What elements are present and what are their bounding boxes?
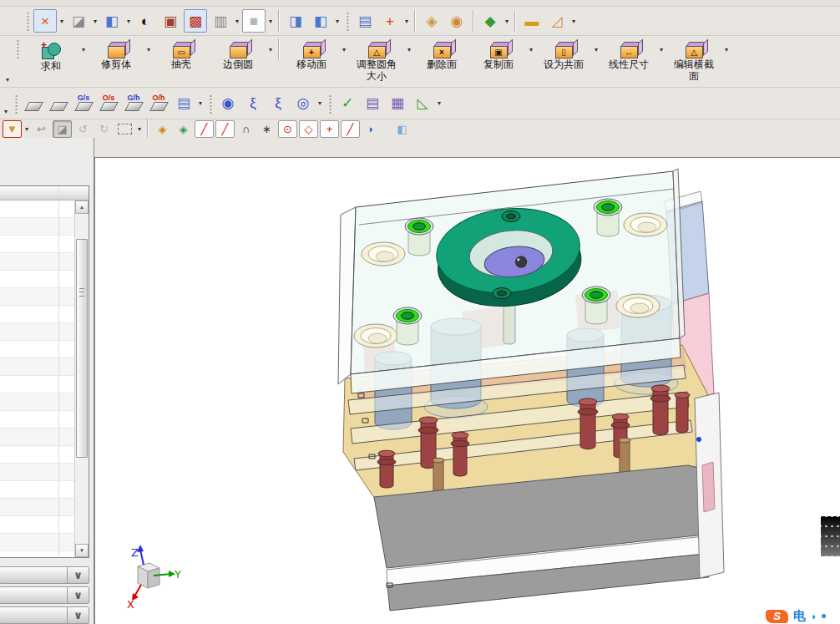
electrode-oh-button[interactable]: O/h — [147, 92, 170, 115]
list-row[interactable] — [0, 376, 74, 393]
standard-part-library-button[interactable]: ▤ — [172, 92, 195, 115]
translucent-cube-button[interactable]: ▥ — [209, 9, 232, 33]
csys-orient-dropdown[interactable]: ▾ — [435, 93, 443, 114]
edge-blend-dropdown[interactable]: ▾ — [266, 38, 275, 60]
selection-filter-button[interactable]: ▼ — [3, 120, 22, 138]
navigator-list-header[interactable] — [0, 186, 89, 200]
clip-dropdown[interactable]: ▾ — [333, 10, 342, 32]
resize-blend-button[interactable]: △调整圆角大小 — [349, 38, 404, 89]
rotate-ref-button[interactable]: ↺ — [73, 120, 93, 138]
marquee-select-button[interactable] — [115, 120, 134, 138]
snap-intersection-button[interactable]: + — [320, 120, 339, 138]
list-row[interactable] — [0, 288, 74, 306]
navigator-list[interactable]: ▲ ▼ — [0, 185, 89, 558]
part-navigator-button[interactable]: ▤ — [361, 92, 384, 115]
list-row[interactable] — [0, 446, 74, 464]
snap-end-point-button[interactable]: ╱ — [195, 120, 214, 138]
collapsed-section-1-expand-button[interactable]: ∨ — [67, 567, 89, 583]
show-shaded-cube-button[interactable]: ◧ — [392, 120, 412, 138]
isometric-view-dropdown[interactable]: ▾ — [124, 10, 133, 32]
snap-point-button[interactable]: ◈ — [153, 120, 172, 138]
cube-display-dropdown[interactable]: ▾ — [233, 10, 241, 32]
screw-boss[interactable] — [594, 199, 622, 236]
clip-section-button[interactable]: ◨ — [284, 9, 307, 33]
cooling-edit-button[interactable]: ◎ — [291, 92, 315, 115]
show-hide-dropdown[interactable]: ▾ — [503, 10, 511, 32]
shaded-in-cube-button[interactable]: ▩ — [184, 9, 207, 33]
spring-trim-button[interactable]: ξ — [266, 92, 290, 115]
list-row[interactable] — [0, 481, 74, 499]
standard-part-dropdown[interactable]: ▾ — [196, 93, 205, 114]
list-row[interactable] — [0, 516, 74, 534]
3d-model-mold-assembly[interactable] — [95, 158, 840, 624]
snap-center-button[interactable]: ⊙ — [278, 120, 297, 138]
snap-pole-button[interactable]: ∗ — [257, 120, 276, 138]
linear-dimension-dropdown[interactable]: ▾ — [657, 38, 665, 60]
trim-body-dropdown[interactable]: ▾ — [144, 38, 153, 60]
make-coplanar-dropdown[interactable]: ▾ — [592, 38, 600, 60]
list-row[interactable] — [0, 271, 74, 288]
list-row[interactable] — [0, 429, 74, 446]
shaded-view-dropdown[interactable]: ▾ — [91, 10, 99, 32]
bom-table-button[interactable]: ▦ — [386, 92, 409, 115]
clip-plane-button[interactable]: ◧ — [309, 9, 332, 33]
orient-ref-button[interactable]: ↻ — [94, 120, 114, 138]
mold-tool-a-button[interactable] — [22, 92, 45, 115]
shell-button[interactable]: ▭抽壳 — [154, 38, 209, 89]
edit-cross-section-dropdown[interactable]: ▾ — [722, 38, 731, 60]
list-row[interactable] — [0, 236, 74, 253]
unite-button[interactable]: +求和 — [23, 38, 78, 89]
collapsed-section-2[interactable]: ∨ — [0, 586, 89, 604]
trim-body-button[interactable]: 修剪体 — [89, 38, 144, 89]
show-hide-button[interactable]: ◆ — [478, 9, 502, 33]
edge-blend-button[interactable]: 边倒圆 — [210, 38, 266, 89]
isometric-view-button[interactable]: ◧ — [100, 9, 124, 33]
fit-view-dropdown[interactable]: ▾ — [58, 10, 66, 32]
list-row[interactable] — [0, 411, 74, 429]
list-row[interactable] — [0, 253, 74, 271]
vertical-scrollbar[interactable]: ▲ ▼ — [74, 200, 89, 557]
screw-boss[interactable] — [405, 218, 433, 256]
electrode-gh-button[interactable]: G/h — [122, 92, 145, 115]
list-row[interactable] — [0, 306, 74, 323]
scrollbar-thumb[interactable] — [76, 239, 88, 458]
wcs-dropdown[interactable]: ▾ — [402, 10, 411, 32]
csys-orient-button[interactable]: ◺ — [411, 92, 434, 115]
list-row[interactable] — [0, 218, 74, 236]
unite-dropdown[interactable]: ▾ — [79, 38, 88, 60]
cooling-coil-button[interactable]: ◉ — [216, 92, 240, 115]
measure-dropdown[interactable]: ▾ — [569, 10, 578, 32]
mold-tool-b-button[interactable] — [47, 92, 70, 115]
wcs-display-button[interactable]: + — [378, 9, 402, 33]
electrode-gs-button[interactable]: G/s — [72, 92, 95, 115]
screw-boss[interactable] — [582, 287, 610, 324]
marquee-dropdown[interactable]: ▾ — [135, 118, 144, 140]
list-row[interactable] — [0, 534, 74, 551]
background-dropdown[interactable]: ▾ — [266, 10, 275, 32]
delete-face-button[interactable]: ×删除面 — [414, 38, 469, 89]
copy-face-dropdown[interactable]: ▾ — [527, 38, 535, 60]
list-row[interactable] — [0, 358, 74, 376]
wireframe-in-cube-button[interactable]: ▣ — [159, 9, 182, 33]
row3-overflow[interactable]: ▾ — [2, 88, 10, 119]
background-color-button[interactable]: ■ — [242, 9, 266, 33]
snap-quadrant-button[interactable]: ◇ — [299, 120, 318, 138]
collapsed-section-3-expand-button[interactable]: ∨ — [67, 607, 89, 623]
graphics-viewport[interactable]: Z Y X S 电 ◗ — [94, 157, 840, 624]
validate-check-button[interactable]: ✓ — [336, 92, 359, 115]
move-object-button[interactable]: ◈ — [420, 9, 443, 33]
spring-button[interactable]: ξ — [241, 92, 265, 115]
column-divider[interactable] — [58, 186, 59, 557]
move-face-button[interactable]: +移动面 — [284, 38, 339, 89]
angle-ruler-button[interactable]: ◿ — [545, 9, 569, 33]
scroll-down-button[interactable]: ▼ — [75, 544, 89, 557]
linear-ruler-button[interactable]: ▬ — [520, 9, 544, 33]
list-row[interactable] — [0, 341, 74, 358]
collapsed-section-1[interactable]: ∨ — [0, 566, 89, 584]
right-support-column[interactable] — [695, 393, 724, 578]
copy-face-button[interactable]: ▣复制面 — [471, 38, 526, 89]
render-style-button[interactable]: ◐ — [134, 9, 157, 33]
edit-cross-section-button[interactable]: △编辑横截面 — [666, 38, 721, 89]
fit-view-button[interactable]: × — [33, 9, 57, 33]
list-row[interactable] — [0, 499, 74, 516]
